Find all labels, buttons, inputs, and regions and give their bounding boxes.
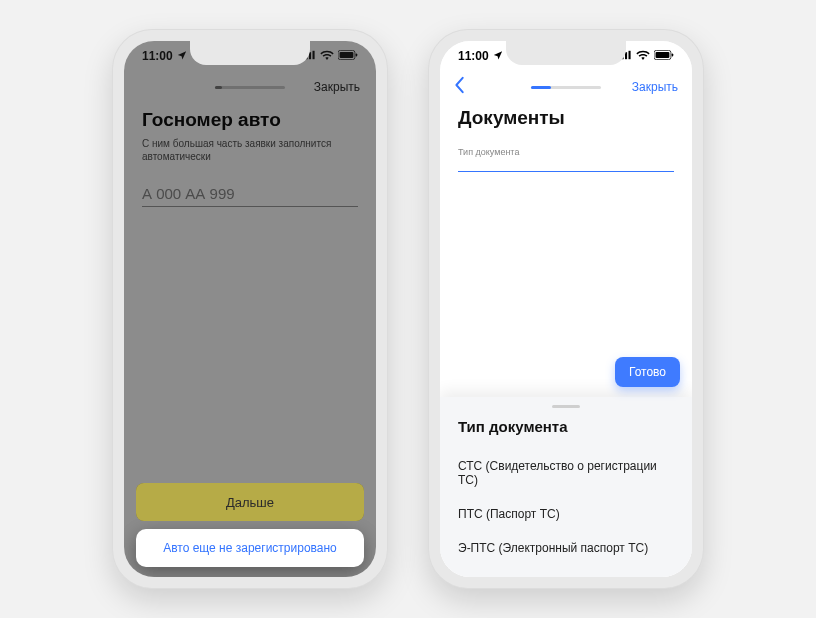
location-icon	[493, 49, 503, 63]
picker-option-pts[interactable]: ПТС (Паспорт ТС)	[458, 497, 674, 531]
page-title: Документы	[458, 107, 674, 129]
picker-sheet: Готово Тип документа СТС (Свидетельство …	[440, 397, 692, 577]
svg-rect-10	[629, 51, 631, 59]
status-time: 11:00	[458, 49, 489, 63]
document-type-input[interactable]	[458, 171, 674, 172]
wifi-icon	[636, 49, 650, 63]
phone-frame-left: 11:00	[112, 29, 388, 589]
svg-rect-13	[672, 53, 674, 56]
nav-bar: Закрыть	[440, 71, 692, 103]
progress-bar	[531, 86, 601, 89]
close-button[interactable]: Закрыть	[632, 80, 678, 94]
battery-icon	[654, 49, 674, 63]
screen-documents: 11:00	[440, 41, 692, 577]
back-button[interactable]	[454, 76, 466, 99]
screen-gosnomer: 11:00	[124, 41, 376, 577]
drag-handle[interactable]	[552, 405, 580, 408]
not-registered-sheet[interactable]: Авто еще не зарегистрировано	[136, 529, 364, 567]
picker-title: Тип документа	[458, 418, 674, 435]
picker-option-sts[interactable]: СТС (Свидетельство о регистрации ТС)	[458, 449, 674, 497]
next-button-dimmed[interactable]: Дальше	[136, 483, 364, 521]
done-button[interactable]: Готово	[615, 357, 680, 387]
phone-frame-right: 11:00	[428, 29, 704, 589]
field-label-document-type: Тип документа	[458, 147, 674, 157]
picker-option-epts[interactable]: Э-ПТС (Электронный паспорт ТС)	[458, 531, 674, 565]
device-notch	[190, 41, 310, 65]
svg-rect-12	[656, 52, 670, 58]
device-notch	[506, 41, 626, 65]
progress-fill	[531, 86, 551, 89]
